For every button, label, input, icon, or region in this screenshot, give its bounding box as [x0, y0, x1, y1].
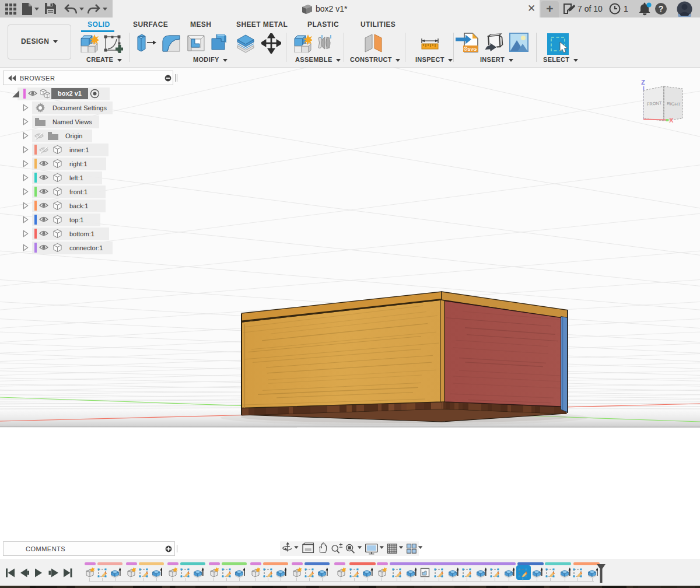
svg-text:RIGHT: RIGHT	[667, 101, 681, 107]
svg-text:?: ?	[659, 4, 664, 13]
svg-text:FRONT: FRONT	[647, 100, 663, 107]
svg-text:SVG: SVG	[468, 47, 477, 52]
svg-text:Z: Z	[641, 79, 645, 86]
svg-text:X: X	[669, 117, 674, 124]
